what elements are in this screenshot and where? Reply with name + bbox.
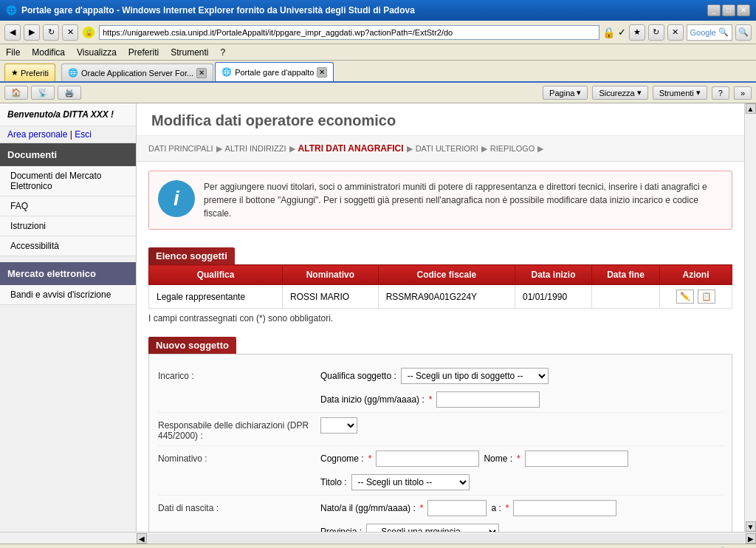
address-input[interactable] [99, 25, 599, 40]
menu-file[interactable]: File [6, 47, 20, 58]
print-button[interactable]: 🖨️ [58, 86, 81, 100]
tab-portale-close[interactable]: ✕ [317, 67, 327, 78]
page-title: Modifica dati operatore economico [137, 103, 744, 136]
nato-il-label: Nato/a il (gg/mm/aaaa) : [320, 503, 416, 513]
stop-button[interactable]: ✕ [62, 24, 78, 41]
sidebar-item-bandi[interactable]: Bandi e avvisi d'iscrizione [0, 285, 136, 305]
menu-help[interactable]: ? [221, 47, 226, 58]
menu-strumenti[interactable]: Strumenti [171, 47, 208, 58]
refresh-button[interactable]: ↻ [43, 24, 59, 41]
more-button[interactable]: » [734, 86, 752, 100]
browser-icon: 🌐 [6, 5, 17, 16]
breadcrumb-arrow-2: ▶ [289, 144, 295, 154]
sidebar-item-accessibilita[interactable]: Accessibilità [0, 236, 136, 256]
esci-link[interactable]: Esci [75, 129, 92, 140]
cognome-input[interactable] [376, 451, 479, 467]
provincia-select[interactable]: -- Scegli una provincia -- [366, 524, 499, 532]
favorites-star-button[interactable]: ★ [629, 24, 645, 41]
form-row-responsabile: Responsabile delle dichiarazioni (DPR 44… [158, 413, 723, 446]
breadcrumb-arrow-4: ▶ [481, 144, 487, 154]
nuovo-soggetto-form: Incarico : Qualifica soggetto : -- Scegl… [148, 354, 732, 532]
search-box[interactable]: Google 🔍 [687, 24, 732, 41]
sidebar-welcome: Benvenuto/a DITTA XXX ! [0, 103, 136, 126]
tab-oracle-label: Oracle Application Server For... [81, 69, 193, 78]
qualifica-select[interactable]: -- Scegli un tipo di soggetto -- [401, 368, 549, 384]
data-inizio-input[interactable] [436, 391, 540, 408]
company-name: DITTA XXX [63, 109, 108, 120]
data-inizio-label-inline: Data inizio (gg/mm/aaaa) : [320, 394, 425, 405]
nominativo-label: Nominativo : [158, 451, 320, 464]
pagina-button[interactable]: Pagina ▾ [543, 86, 588, 100]
close-button[interactable]: ✕ [737, 4, 750, 16]
sidebar: Benvenuto/a DITTA XXX ! Area personale |… [0, 103, 137, 532]
stop-btn2[interactable]: ✕ [667, 24, 684, 41]
nato-il-input[interactable] [427, 500, 487, 516]
area-personale-link[interactable]: Area personale [7, 129, 67, 140]
breadcrumb-arrow-5: ▶ [537, 144, 543, 154]
h-scroll-track [147, 534, 746, 543]
toolbar-row: 🏠 📡 🖨️ Pagina ▾ Sicurezza ▾ Strumenti ▾ … [0, 83, 756, 103]
sidebar-item-faq[interactable]: FAQ [0, 196, 136, 216]
col-nominativo: Nominativo [283, 265, 379, 285]
nascita-controls: Nato/a il (gg/mm/aaaa) : * a : * Provinc… [320, 500, 723, 532]
favorites-button[interactable]: ★ Preferiti [4, 64, 55, 81]
strumenti-button[interactable]: Strumenti ▾ [653, 86, 707, 100]
titolo-select[interactable]: -- Scegli un titolo -- [351, 474, 470, 490]
info-icon: i [158, 180, 195, 217]
breadcrumb-altri-dati[interactable]: ALTRI DATI ANAGRAFICI [298, 143, 404, 154]
tab-portale[interactable]: 🌐 Portale gare d'appalto ✕ [215, 62, 334, 81]
cell-data-fine [592, 285, 660, 309]
sidebar-mercato-section: Mercato elettronico [0, 262, 136, 285]
pagina-label: Pagina [549, 89, 574, 97]
tab-oracle[interactable]: 🌐 Oracle Application Server For... ✕ [61, 64, 213, 81]
breadcrumb-riepilogo[interactable]: RIEPILOGO [490, 144, 535, 153]
scroll-down[interactable]: ▼ [746, 521, 756, 532]
breadcrumb-dati-principali[interactable]: DATI PRINCIPALI [148, 144, 213, 153]
menu-visualizza[interactable]: Visualizza [77, 47, 117, 58]
favorites-label: Preferiti [21, 69, 49, 78]
minimize-button[interactable]: _ [707, 4, 721, 16]
scroll-up[interactable]: ▲ [746, 103, 756, 114]
nome-input[interactable] [525, 451, 628, 467]
menu-preferiti[interactable]: Preferiti [128, 47, 159, 58]
cell-azioni: ✏️ 📋 [660, 285, 732, 309]
copy-button[interactable]: 📋 [698, 290, 715, 304]
refresh-btn2[interactable]: ↻ [648, 24, 664, 41]
sidebar-item-istruzioni[interactable]: Istruzioni [0, 216, 136, 236]
col-codice-fiscale: Codice fiscale [378, 265, 515, 285]
window-title: Portale gare d'appalto - Windows Interne… [21, 5, 415, 16]
content-area: Modifica dati operatore economico DATI P… [137, 103, 744, 532]
welcome-text: Benvenuto/a [7, 109, 61, 120]
cognome-label: Cognome : [320, 453, 364, 464]
tab-oracle-close[interactable]: ✕ [196, 68, 207, 78]
responsabile-select[interactable] [320, 417, 357, 434]
sicurezza-button[interactable]: Sicurezza ▾ [592, 86, 647, 100]
breadcrumb: DATI PRINCIPALI ▶ ALTRI INDIRIZZI ▶ ALTR… [137, 136, 744, 162]
search-button[interactable]: 🔍 [735, 24, 752, 41]
scroll-right[interactable]: ▶ [746, 533, 756, 544]
breadcrumb-altri-indirizzi[interactable]: ALTRI INDIRIZZI [225, 144, 286, 153]
sidebar-item-documenti-mercato[interactable]: Documenti del Mercato Elettronico [0, 166, 136, 196]
help-button[interactable]: ? [712, 86, 729, 100]
table-row: Legale rappresentante ROSSI MARIO RSSMRA… [149, 285, 732, 309]
citta-nascita-input[interactable] [513, 500, 616, 516]
responsabile-controls [320, 417, 723, 434]
menu-modifica[interactable]: Modifica [32, 47, 65, 58]
edit-button[interactable]: ✏️ [676, 290, 694, 304]
scrollbar[interactable]: ▲ ▼ [744, 103, 756, 532]
maximize-button[interactable]: □ [722, 4, 735, 16]
feed-button[interactable]: 📡 [31, 86, 55, 100]
window-controls[interactable]: _ □ ✕ [707, 4, 750, 16]
home-button[interactable]: 🏠 [4, 86, 28, 100]
incarico-controls: Qualifica soggetto : -- Scegli un tipo d… [320, 368, 723, 408]
scroll-left[interactable]: ◀ [137, 533, 147, 544]
nome-label: Nome : [484, 453, 512, 464]
qualifica-label-inline: Qualifica soggetto : [320, 371, 396, 381]
horizontal-scrollbar[interactable]: ◀ ▶ [0, 532, 756, 544]
back-button[interactable]: ◀ [4, 24, 21, 41]
info-text: Per aggiungere nuovi titolari, soci o am… [204, 180, 723, 220]
breadcrumb-dati-ulteriori[interactable]: DATI ULTERIORI [416, 144, 478, 153]
dati-nascita-label: Dati di nascita : [158, 500, 320, 513]
forward-button[interactable]: ▶ [24, 24, 40, 41]
data-inizio-required: * [429, 394, 433, 405]
